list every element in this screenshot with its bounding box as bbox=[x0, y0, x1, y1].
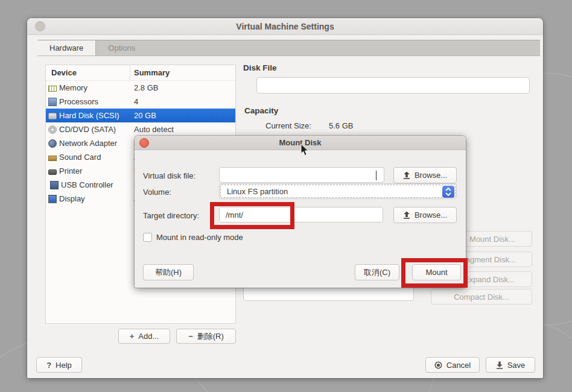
tab-strip: Hardware Options bbox=[37, 40, 540, 56]
printer-icon bbox=[48, 169, 57, 175]
hard-disk-icon bbox=[48, 113, 57, 119]
current-size-value: 5.6 GB bbox=[329, 121, 353, 130]
device-summary: 20 GB bbox=[130, 111, 156, 120]
record-circle-icon bbox=[434, 361, 442, 369]
browse-target-directory-button[interactable]: Browse... bbox=[393, 207, 457, 223]
capacity-heading: Capacity bbox=[244, 106, 278, 115]
network-icon bbox=[48, 139, 57, 148]
tab-hardware[interactable]: Hardware bbox=[37, 40, 96, 55]
upload-arrow-icon bbox=[403, 211, 410, 219]
device-name: Printer bbox=[59, 166, 82, 175]
device-table-header: Device Summary bbox=[46, 65, 235, 81]
device-name: Sound Card bbox=[59, 153, 101, 162]
device-name: CD/DVD (SATA) bbox=[59, 125, 116, 134]
save-button[interactable]: Save bbox=[486, 357, 535, 373]
dialog-mount-button[interactable]: Mount bbox=[412, 264, 461, 280]
add-label: Add... bbox=[138, 332, 159, 341]
table-row-cd-dvd[interactable]: CD/DVD (SATA) Auto detect bbox=[46, 122, 235, 136]
browse-disk-file-button[interactable]: Browse... bbox=[393, 167, 457, 183]
current-size-label: Current Size: bbox=[265, 121, 311, 130]
help-button[interactable]: ? Help bbox=[36, 357, 82, 373]
compact-disk-button[interactable]: Compact Disk... bbox=[431, 289, 532, 305]
window-title: Virtual Machine Settings bbox=[236, 22, 334, 31]
volume-label: Volume: bbox=[143, 188, 171, 197]
memory-icon bbox=[48, 86, 57, 92]
table-row-processors[interactable]: Processors 4 bbox=[46, 95, 235, 109]
plus-icon: + bbox=[130, 332, 135, 341]
summary-column-header: Summary bbox=[130, 68, 170, 77]
text-caret bbox=[376, 171, 377, 180]
dialog-help-button[interactable]: 帮助(H) bbox=[143, 264, 194, 280]
virtual-disk-file-label: Virtual disk file: bbox=[143, 171, 195, 180]
device-name: Display bbox=[59, 194, 85, 203]
disk-file-heading: Disk File bbox=[243, 63, 277, 72]
table-row-hard-disk[interactable]: Hard Disk (SCSI) 20 GB bbox=[46, 109, 235, 122]
tab-options[interactable]: Options bbox=[96, 40, 147, 55]
save-label: Save bbox=[507, 361, 526, 370]
window-close-icon[interactable] bbox=[35, 21, 45, 31]
browse-label: Browse... bbox=[415, 171, 447, 180]
dialog-titlebar[interactable]: Mount Disk bbox=[135, 136, 466, 150]
disk-file-input[interactable] bbox=[256, 77, 530, 93]
volume-select[interactable]: Linux FS partition bbox=[219, 183, 457, 199]
sound-icon bbox=[48, 156, 57, 161]
window-titlebar[interactable]: Virtual Machine Settings bbox=[27, 18, 543, 35]
browse-label: Browse... bbox=[415, 210, 447, 220]
add-device-button[interactable]: + Add... bbox=[118, 329, 170, 344]
table-row-memory[interactable]: Memory 2.8 GB bbox=[46, 81, 235, 95]
readonly-checkbox[interactable] bbox=[143, 233, 152, 242]
upload-arrow-icon bbox=[403, 171, 410, 179]
device-name: Hard Disk (SCSI) bbox=[59, 111, 119, 120]
dialog-close-icon[interactable] bbox=[139, 138, 149, 148]
device-name: Network Adapter bbox=[59, 139, 117, 148]
device-name: Processors bbox=[59, 97, 98, 106]
cancel-button[interactable]: Cancel bbox=[425, 357, 480, 373]
processor-icon bbox=[48, 98, 57, 106]
dialog-title: Mount Disk bbox=[279, 138, 321, 147]
device-name: Memory bbox=[59, 83, 87, 92]
device-summary: 4 bbox=[130, 97, 138, 106]
usb-icon bbox=[50, 181, 59, 189]
readonly-checkbox-label: Mount in read-only mode bbox=[156, 233, 243, 242]
help-label: Help bbox=[56, 361, 72, 370]
display-icon bbox=[48, 195, 57, 203]
dialog-cancel-button[interactable]: 取消(C) bbox=[355, 264, 399, 280]
remove-label: 删除(R) bbox=[197, 331, 224, 342]
virtual-disk-file-input[interactable] bbox=[219, 167, 384, 183]
device-summary: Auto detect bbox=[130, 125, 174, 134]
remove-device-button[interactable]: − 删除(R) bbox=[176, 329, 236, 344]
device-summary: 2.8 GB bbox=[130, 83, 158, 92]
question-icon: ? bbox=[46, 361, 51, 370]
cancel-label: Cancel bbox=[446, 361, 471, 370]
mount-disk-dialog: Mount Disk Virtual disk file: Browse... … bbox=[135, 136, 466, 288]
device-column-header: Device bbox=[46, 65, 130, 80]
chevron-up-down-icon[interactable] bbox=[442, 186, 454, 198]
cd-dvd-icon bbox=[48, 125, 57, 134]
target-directory-label: Target directory: bbox=[143, 211, 199, 220]
device-name: USB Controller bbox=[61, 180, 113, 189]
target-directory-input[interactable] bbox=[219, 207, 383, 223]
minus-icon: − bbox=[188, 332, 193, 341]
download-arrow-icon bbox=[496, 361, 503, 369]
volume-selected-value: Linux FS partition bbox=[227, 187, 288, 196]
